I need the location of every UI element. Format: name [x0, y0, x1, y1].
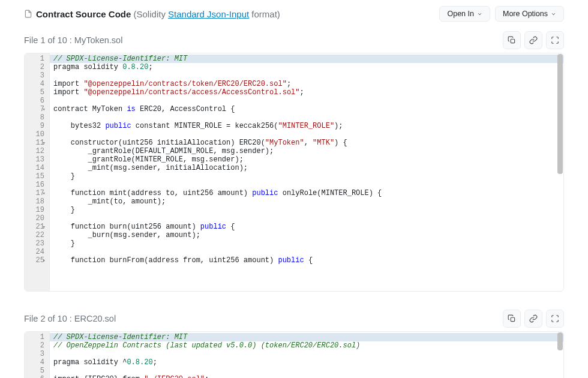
page-title: Contract Source Code (Solidity Standard …	[36, 9, 280, 19]
line-number: 5	[32, 367, 44, 375]
code-line: }	[53, 206, 563, 214]
line-number: 17▾	[32, 189, 44, 197]
code-line	[53, 130, 563, 139]
code-line	[53, 248, 563, 256]
line-number: 7▾	[32, 105, 44, 113]
code-line: }	[53, 239, 563, 248]
line-number: 25▾	[32, 256, 44, 265]
fold-icon[interactable]: ▾	[43, 139, 46, 148]
code-line	[53, 367, 563, 375]
line-number: 19	[32, 206, 44, 214]
code-line: _mint(msg.sender, initialAllocation);	[53, 164, 563, 172]
code-line: bytes32 public constant MINTER_ROLE = ke…	[53, 122, 563, 130]
line-number: 23	[32, 239, 44, 248]
line-number: 11▾	[32, 139, 44, 147]
code-line: _mint(to, amount);	[53, 197, 563, 206]
code-line	[53, 214, 563, 223]
line-number: 8	[32, 113, 44, 122]
format-link[interactable]: Standard Json-Input	[168, 9, 249, 19]
code-editor[interactable]: 1234567▾891011▾121314151617▾18192021▾222…	[24, 53, 564, 292]
code-line: // OpenZeppelin Contracts (last updated …	[53, 341, 563, 350]
open-in-button[interactable]: Open In	[439, 6, 490, 22]
line-number: 9	[32, 122, 44, 130]
code-line: _burn(msg.sender, amount);	[53, 231, 563, 239]
file-label: File 2 of 10 : ERC20.sol	[24, 314, 116, 323]
line-number: 13	[32, 155, 44, 164]
fold-icon[interactable]: ▾	[43, 190, 46, 198]
line-number: 15	[32, 172, 44, 181]
code-line: import {IERC20} from "./IERC20.sol";	[53, 375, 563, 378]
line-number: 6	[32, 97, 44, 105]
code-line: pragma solidity ^0.8.20;	[53, 358, 563, 367]
line-number: 2	[32, 63, 44, 71]
code-line	[53, 181, 563, 189]
code-line: }	[53, 172, 563, 181]
code-line: import "@openzeppelin/contracts/access/A…	[53, 88, 563, 97]
svg-rect-1	[511, 317, 514, 321]
fold-icon[interactable]: ▾	[43, 257, 46, 265]
chevron-down-icon	[551, 11, 556, 17]
line-number: 21▾	[32, 223, 44, 231]
fullscreen-button[interactable]	[546, 31, 564, 49]
code-area[interactable]: // SPDX-License-Identifier: MITpragma so…	[50, 53, 563, 291]
line-number: 18	[32, 197, 44, 206]
code-editor[interactable]: 123456789 // SPDX-License-Identifier: MI…	[24, 331, 564, 378]
code-line: pragma solidity 0.8.20;	[53, 63, 563, 71]
line-number: 24	[32, 248, 44, 256]
fullscreen-button[interactable]	[546, 310, 564, 328]
line-number: 2	[32, 341, 44, 350]
line-number: 10	[32, 130, 44, 139]
file-label: File 1 of 10 : MyToken.sol	[24, 35, 122, 45]
line-number: 20	[32, 214, 44, 223]
line-number: 1	[32, 55, 44, 63]
line-number: 3	[32, 71, 44, 80]
more-options-button[interactable]: More Options	[495, 6, 564, 22]
header: Contract Source Code (Solidity Standard …	[24, 6, 564, 22]
line-number: 4	[32, 358, 44, 367]
line-number: 4	[32, 80, 44, 88]
code-line	[53, 350, 563, 358]
code-line	[53, 97, 563, 105]
code-area[interactable]: // SPDX-License-Identifier: MIT// OpenZe…	[50, 332, 563, 378]
chevron-down-icon	[477, 11, 482, 17]
line-number: 12	[32, 147, 44, 155]
code-line: contract MyToken is ERC20, AccessControl…	[53, 105, 563, 113]
line-number: 6	[32, 375, 44, 378]
fold-icon[interactable]: ▾	[43, 223, 46, 232]
gutter: 123456789	[25, 332, 50, 378]
line-number: 16	[32, 181, 44, 189]
code-line: constructor(uint256 initialAllocation) E…	[53, 139, 563, 147]
code-line	[53, 71, 563, 80]
copy-button[interactable]	[503, 31, 521, 49]
code-line: _grantRole(MINTER_ROLE, msg.sender);	[53, 155, 563, 164]
code-line: // SPDX-License-Identifier: MIT	[53, 333, 563, 341]
code-line: // SPDX-License-Identifier: MIT	[53, 55, 563, 63]
code-line	[53, 113, 563, 122]
gutter: 1234567▾891011▾121314151617▾18192021▾222…	[25, 53, 50, 291]
code-line: function burnFrom(address from, uint256 …	[53, 256, 563, 265]
line-number: 3	[32, 350, 44, 358]
code-line: import "@openzeppelin/contracts/token/ER…	[53, 80, 563, 88]
link-button[interactable]	[524, 310, 542, 328]
file-icon	[24, 9, 32, 19]
line-number: 5	[32, 88, 44, 97]
code-line: function burn(uint256 amount) public {	[53, 223, 563, 231]
line-number: 1	[32, 333, 44, 341]
fold-icon[interactable]: ▾	[43, 106, 46, 114]
code-line: _grantRole(DEFAULT_ADMIN_ROLE, msg.sende…	[53, 147, 563, 155]
copy-button[interactable]	[503, 310, 521, 328]
line-number: 14	[32, 164, 44, 172]
svg-rect-0	[511, 39, 514, 43]
line-number: 22	[32, 231, 44, 239]
link-button[interactable]	[524, 31, 542, 49]
code-line: function mint(address to, uint256 amount…	[53, 189, 563, 197]
